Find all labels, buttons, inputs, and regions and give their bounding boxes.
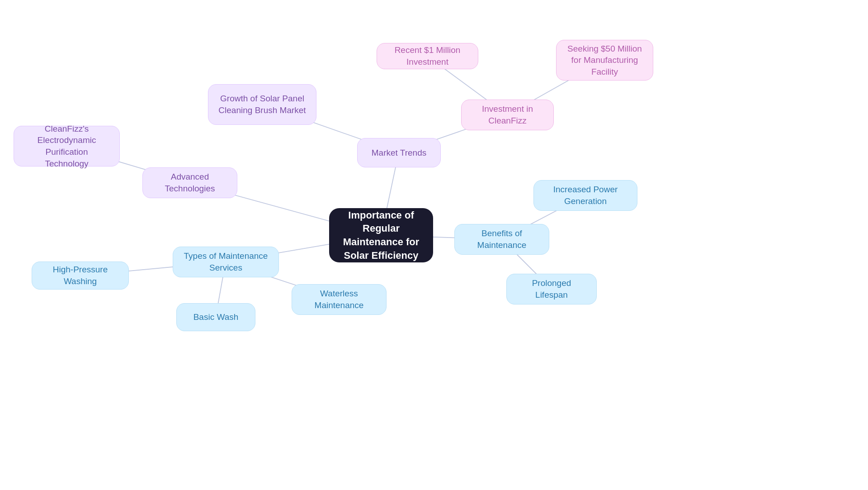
types-maint-label: Types of Maintenance Services [183,250,269,273]
high-pressure-label: High-Pressure Washing [42,264,118,287]
center-node: Importance of Regular Maintenance for So… [329,208,433,262]
growth-market-label: Growth of Solar Panel Cleaning Brush Mar… [218,93,306,116]
high-pressure-node: High-Pressure Washing [32,262,129,290]
basic-wash-label: Basic Wash [193,311,239,323]
increased-power-node: Increased Power Generation [533,180,637,211]
prolonged-lifespan-node: Prolonged Lifespan [506,274,597,304]
seeking-investment-label: Seeking $50 Million for Manufacturing Fa… [566,43,643,78]
growth-market-node: Growth of Solar Panel Cleaning Brush Mar… [208,84,316,125]
benefits-maint-label: Benefits of Maintenance [465,228,539,251]
cleanfizz-tech-node: CleanFizz's Electrodynamic Purification … [14,126,120,167]
prolonged-lifespan-label: Prolonged Lifespan [517,277,586,300]
investment-cleanfizz-node: Investment in CleanFizz [461,100,554,130]
waterless-maint-node: Waterless Maintenance [292,284,387,315]
market-trends-node: Market Trends [357,138,441,167]
advanced-tech-label: Advanced Technologies [153,171,227,194]
investment-cleanfizz-label: Investment in CleanFizz [472,103,543,126]
types-maint-node: Types of Maintenance Services [173,247,279,277]
increased-power-label: Increased Power Generation [544,184,627,207]
basic-wash-node: Basic Wash [176,303,255,331]
recent-investment-label: Recent $1 Million Investment [387,44,468,67]
cleanfizz-tech-label: CleanFizz's Electrodynamic Purification … [24,123,109,170]
center-label: Importance of Regular Maintenance for So… [339,209,423,262]
benefits-maint-node: Benefits of Maintenance [454,224,549,255]
seeking-investment-node: Seeking $50 Million for Manufacturing Fa… [556,40,653,81]
advanced-tech-node: Advanced Technologies [142,167,237,198]
waterless-maint-label: Waterless Maintenance [302,288,376,311]
recent-investment-node: Recent $1 Million Investment [377,43,478,69]
market-trends-label: Market Trends [372,147,426,159]
